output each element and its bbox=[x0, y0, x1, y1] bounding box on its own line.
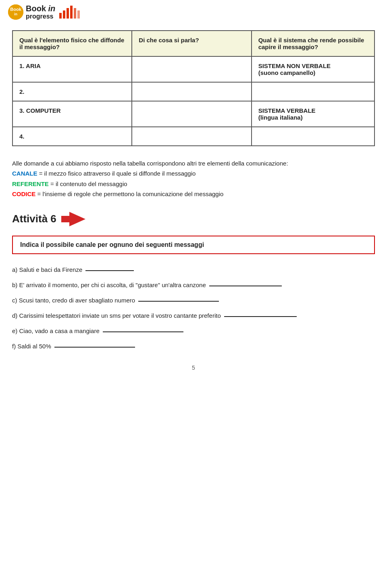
list-item: d) Carissimi telespettatori inviate un s… bbox=[12, 310, 375, 322]
list-item: f) Saldi al 50% bbox=[12, 340, 375, 352]
logo-text-progress: progress bbox=[26, 13, 55, 20]
list-item: b) E' arrivato il momento, per chi ci as… bbox=[12, 279, 375, 291]
explanation-referente: REFERENTE = il contenuto del messaggio bbox=[12, 179, 375, 189]
exercise-blank-b[interactable] bbox=[209, 279, 282, 286]
referente-text: = il contenuto del messaggio bbox=[49, 180, 127, 187]
table-cell-r2c1: 2. bbox=[12, 82, 132, 101]
table-header-col3: Qual è il sistema che rende possibile ca… bbox=[252, 31, 375, 56]
page-header: Book in Book in progress bbox=[0, 0, 387, 22]
logo: Book in Book in progress bbox=[8, 4, 80, 20]
explanation-codice: CODICE = l'insieme di regole che permett… bbox=[12, 189, 375, 199]
table-cell-r2c2 bbox=[132, 82, 251, 101]
table-cell-r4c2 bbox=[132, 127, 251, 146]
logo-bars bbox=[59, 6, 80, 19]
logo-text-book: Book in bbox=[26, 4, 55, 13]
svg-text:in: in bbox=[14, 12, 17, 16]
list-item: e) Ciao, vado a casa a mangiare bbox=[12, 325, 375, 337]
svg-marker-3 bbox=[61, 212, 85, 226]
exercise-label-a: a) Saluti e baci da Firenze bbox=[12, 264, 82, 276]
table-cell-r1c2 bbox=[132, 56, 251, 82]
table-row: 4. bbox=[12, 127, 375, 146]
table-header-col1: Qual è l'elemento fisico che diffonde il… bbox=[12, 31, 132, 56]
table-row: 2. bbox=[12, 82, 375, 101]
table-row: 3. COMPUTER SISTEMA VERBALE(lingua itali… bbox=[12, 101, 375, 127]
exercise-blank-c[interactable] bbox=[138, 294, 219, 302]
svg-text:Book: Book bbox=[10, 7, 21, 12]
exercise-label-f: f) Saldi al 50% bbox=[12, 340, 51, 352]
explanation-canale: CANALE = il mezzo fisico attraverso il q… bbox=[12, 168, 375, 179]
activity-title: Attività 6 bbox=[12, 213, 56, 225]
table-cell-r3c1: 3. COMPUTER bbox=[12, 101, 132, 127]
table-cell-r1c1: 1. ARIA bbox=[12, 56, 132, 82]
table-cell-r1c3: SISTEMA NON VERBALE(suono campanello) bbox=[252, 56, 375, 82]
table-header-col2: Di che cosa si parla? bbox=[132, 31, 251, 56]
exercise-label-b: b) E' arrivato il momento, per chi ci as… bbox=[12, 279, 206, 291]
activity-header: Attività 6 bbox=[12, 209, 375, 229]
list-item: a) Saluti e baci da Firenze bbox=[12, 264, 375, 276]
exercise-blank-e[interactable] bbox=[103, 325, 183, 332]
activity-box-text: Indica il possibile canale per ognuno de… bbox=[20, 241, 204, 248]
logo-circle: Book in bbox=[8, 4, 23, 20]
table-cell-r3c3: SISTEMA VERBALE(lingua italiana) bbox=[252, 101, 375, 127]
table-row: 1. ARIA SISTEMA NON VERBALE(suono campan… bbox=[12, 56, 375, 82]
canale-label: CANALE bbox=[12, 170, 37, 177]
exercise-blank-a[interactable] bbox=[85, 264, 134, 271]
table-cell-r4c1: 4. bbox=[12, 127, 132, 146]
codice-text: = l'insieme di regole che permettono la … bbox=[35, 190, 223, 197]
arrow-icon bbox=[61, 209, 89, 229]
exercise-label-e: e) Ciao, vado a casa a mangiare bbox=[12, 325, 100, 337]
explanation-section: Alle domande a cui abbiamo risposto nell… bbox=[12, 158, 375, 199]
exercise-blank-d[interactable] bbox=[224, 310, 297, 317]
referente-label: REFERENTE bbox=[12, 180, 49, 187]
activity-box: Indica il possibile canale per ognuno de… bbox=[12, 236, 375, 254]
exercise-list: a) Saluti e baci da Firenze b) E' arriva… bbox=[12, 264, 375, 352]
exercise-blank-f[interactable] bbox=[54, 340, 135, 348]
codice-label: CODICE bbox=[12, 190, 35, 197]
exercise-label-d: d) Carissimi telespettatori inviate un s… bbox=[12, 310, 221, 322]
page-number: 5 bbox=[12, 364, 375, 375]
table-cell-r4c3 bbox=[252, 127, 375, 146]
canale-text: = il mezzo fisico attraverso il quale si… bbox=[37, 170, 196, 177]
table-cell-r2c3 bbox=[252, 82, 375, 101]
table-cell-r3c2 bbox=[132, 101, 251, 127]
main-content: Qual è l'elemento fisico che diffonde il… bbox=[0, 22, 387, 383]
explanation-intro: Alle domande a cui abbiamo risposto nell… bbox=[12, 158, 375, 169]
communication-table: Qual è l'elemento fisico che diffonde il… bbox=[12, 30, 375, 146]
list-item: c) Scusi tanto, credo di aver sbagliato … bbox=[12, 294, 375, 306]
exercise-label-c: c) Scusi tanto, credo di aver sbagliato … bbox=[12, 294, 135, 306]
